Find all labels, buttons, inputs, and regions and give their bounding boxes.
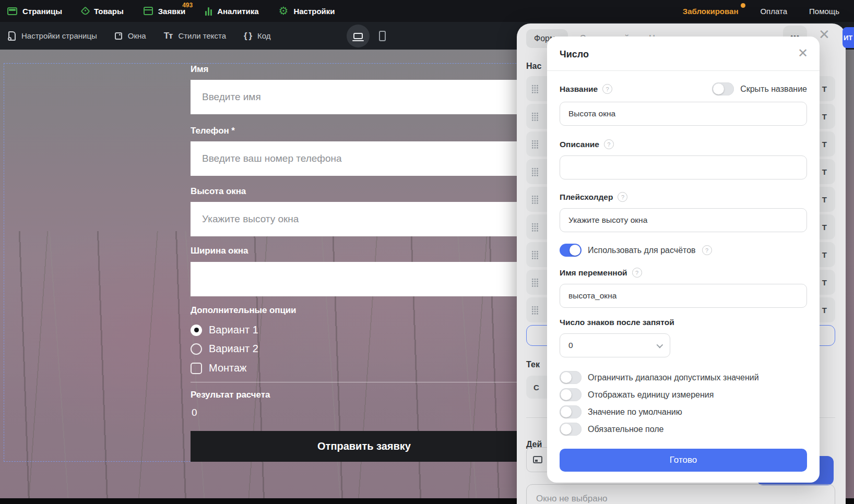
modal-title: Число — [560, 49, 807, 60]
desktop-preview-button[interactable] — [347, 25, 370, 47]
limit-range-toggle-row: Ограничить диапазон допустимых значений — [560, 371, 807, 384]
placeholder-label-row: Плейсхолдер ? — [560, 192, 807, 202]
decimals-selected-value: 0 — [568, 341, 573, 350]
desktop-icon — [353, 33, 363, 39]
radio-option-2[interactable]: Вариант 2 — [191, 343, 258, 355]
toolbar-text-styles[interactable]: Тт Стили текста — [164, 31, 226, 41]
mobile-preview-button mobile-icon[interactable] — [379, 31, 386, 41]
radio-option-label: Вариант 2 — [209, 343, 258, 355]
nav-left-group: Страницы Товары Заявки 493 Аналитика ⚙ Н… — [0, 6, 335, 16]
use-for-calculations-toggle[interactable] — [560, 244, 582, 257]
form-field-label: Высота окна — [191, 186, 246, 197]
toolbar-item-label: Окна — [128, 31, 146, 40]
field-type-icon[interactable]: Т — [822, 278, 827, 287]
tag-icon — [80, 6, 90, 16]
drag-handle-icon[interactable] — [531, 278, 539, 287]
notification-dot — [741, 3, 745, 8]
chevron-down-icon — [657, 341, 663, 348]
description-input[interactable] — [560, 155, 807, 179]
radio-unselected-icon[interactable] — [191, 343, 202, 355]
required-field-toggle-row: Обязательное поле — [560, 423, 807, 436]
nav-item-label: Товары — [94, 7, 124, 16]
form-field-label: Ширина окна — [191, 246, 248, 256]
variable-name-input[interactable] — [560, 284, 807, 308]
checkbox-option-montazh[interactable]: Монтаж — [191, 362, 247, 374]
nav-item-pages[interactable]: Страницы — [7, 7, 62, 16]
field-type-icon[interactable]: Т — [822, 167, 827, 176]
hide-name-toggle-row: Скрыть название — [712, 82, 807, 95]
nav-item-label: Заявки — [158, 7, 185, 16]
options-group-label: Дополнительные опции — [191, 305, 296, 316]
toolbar-code[interactable]: { } Код — [244, 31, 270, 41]
variable-label: Имя переменной — [560, 268, 627, 278]
modal-close-button close-icon[interactable]: ✕ — [798, 47, 808, 59]
modal-body: Название ? Скрыть название Описание ? Пл… — [547, 71, 820, 472]
drag-handle-icon[interactable] — [531, 85, 539, 93]
field-type-icon[interactable]: Т — [822, 112, 827, 121]
decimals-label: Число знаков после запятой — [560, 318, 674, 327]
toolbar-item-label: Код — [257, 31, 271, 40]
toolbar-item-label: Стили текста — [178, 31, 226, 40]
drag-handle-icon[interactable] — [531, 195, 539, 204]
help-icon[interactable]: ? — [602, 84, 612, 94]
page-settings-icon — [8, 31, 16, 41]
save-button-clipped[interactable]: ИТ — [843, 27, 854, 48]
drag-handle-icon[interactable] — [531, 140, 539, 149]
toggle-label: Значение по умолчанию — [588, 407, 682, 417]
blocked-status-link[interactable]: Заблокирован — [683, 7, 739, 16]
placeholder-input[interactable] — [560, 208, 807, 232]
field-name-input[interactable] — [560, 102, 807, 126]
drag-handle-icon[interactable] — [531, 223, 539, 232]
name-label-row: Название ? Скрыть название — [560, 82, 807, 95]
show-unit-toggle[interactable] — [560, 388, 582, 401]
toolbar-windows[interactable]: Окна — [115, 31, 146, 40]
submit-request-button[interactable]: Отправить заявку — [191, 431, 538, 462]
help-icon[interactable]: ? — [604, 139, 614, 149]
window-icon — [115, 32, 122, 40]
number-field-modal: Число ✕ Название ? Скрыть название Описа… — [547, 37, 820, 483]
field-type-icon[interactable]: Т — [822, 306, 827, 315]
done-button[interactable]: Готово — [560, 449, 807, 472]
default-value-toggle[interactable] — [560, 405, 582, 418]
payment-link[interactable]: Оплата — [760, 7, 787, 16]
radio-option-label: Вариант 1 — [209, 324, 258, 336]
radio-option-1[interactable]: Вариант 1 — [191, 324, 258, 336]
window-select-input[interactable]: Окно не выбрано — [526, 484, 835, 504]
help-icon[interactable]: ? — [618, 192, 627, 202]
toggle-label: Ограничить диапазон допустимых значений — [588, 373, 759, 382]
default-value-toggle-row: Значение по умолчанию — [560, 405, 807, 418]
nav-item-label: Аналитика — [217, 7, 258, 16]
device-preview-toggle — [347, 22, 386, 50]
decimals-label-row: Число знаков после запятой — [560, 318, 807, 327]
help-link[interactable]: Помощь — [809, 7, 839, 16]
nav-item-label: Настройки — [293, 7, 335, 16]
drag-handle-icon[interactable] — [531, 250, 539, 259]
orders-count-badge: 493 — [182, 2, 193, 9]
nav-item-products[interactable]: Товары — [82, 7, 124, 16]
help-icon[interactable]: ? — [632, 268, 642, 278]
decimals-select[interactable]: 0 — [560, 333, 670, 357]
field-type-icon[interactable]: Т — [822, 85, 827, 93]
panel-close-button close-icon[interactable]: ✕ — [819, 28, 830, 41]
field-type-icon[interactable]: Т — [822, 140, 827, 149]
modal-header: Число ✕ — [547, 37, 820, 71]
required-field-toggle[interactable] — [560, 423, 582, 436]
nav-item-settings[interactable]: ⚙ Настройки — [279, 6, 335, 16]
field-type-icon[interactable]: Т — [822, 195, 827, 204]
nav-item-analytics[interactable]: Аналитика — [205, 6, 258, 16]
drag-handle-icon[interactable] — [531, 306, 539, 315]
hide-name-toggle[interactable] — [712, 82, 734, 95]
nav-item-orders[interactable]: Заявки 493 — [144, 7, 185, 16]
field-type-icon[interactable]: Т — [822, 223, 827, 232]
limit-range-toggle[interactable] — [560, 371, 582, 384]
drag-handle-icon[interactable] — [531, 167, 539, 176]
help-icon[interactable]: ? — [702, 245, 712, 255]
pages-icon — [7, 7, 17, 15]
toolbar-item-label: Настройки страницы — [21, 31, 97, 40]
checkbox-icon[interactable] — [191, 363, 202, 374]
drag-handle-icon[interactable] — [531, 112, 539, 121]
field-type-icon[interactable]: Т — [822, 250, 827, 259]
calc-toggle-row: Использовать для расчётов ? — [560, 244, 807, 257]
toolbar-page-settings[interactable]: Настройки страницы — [8, 31, 97, 41]
radio-selected-icon[interactable] — [191, 325, 202, 336]
